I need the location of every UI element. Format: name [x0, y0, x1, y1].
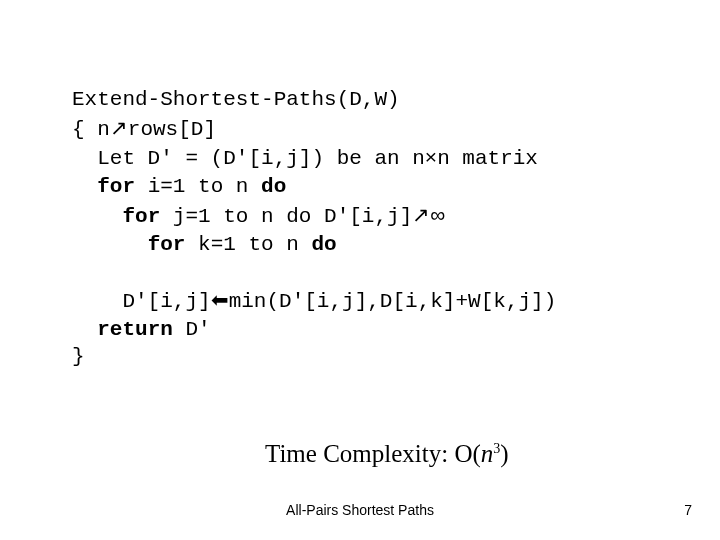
code-line-2b: rows[D]	[128, 118, 216, 141]
complexity-prefix: Time Complexity: O(	[265, 440, 481, 467]
time-complexity: Time Complexity: O(n3)	[265, 440, 509, 468]
keyword-for: for	[148, 233, 186, 256]
page-number: 7	[684, 502, 692, 518]
code-line-7a: D'[i,j]	[72, 290, 211, 313]
code-close-brace: }	[72, 345, 85, 368]
code-line-5: j=1 to n do D'[i,j]	[160, 205, 412, 228]
code-line-1: Extend-Shortest-Paths(D,W)	[72, 88, 400, 111]
return-value: D'	[173, 318, 211, 341]
keyword-for: for	[97, 175, 135, 198]
keyword-return: return	[97, 318, 173, 341]
code-line-7b: min(D'[i,j],D[i,k]+W[k,j])	[229, 290, 557, 313]
complexity-var: n	[481, 440, 494, 467]
code-line-3a: Let D' = (D'[i,j]) be an n	[72, 147, 425, 170]
times-icon: ×	[425, 145, 437, 168]
keyword-for: for	[122, 205, 160, 228]
keyword-do: do	[261, 175, 286, 198]
code-line-4: i=1 to n	[135, 175, 261, 198]
slide-content: Extend-Shortest-Paths(D,W) { n↗rows[D] L…	[72, 86, 672, 371]
complexity-suffix: )	[500, 440, 508, 467]
code-line-2a: { n	[72, 118, 110, 141]
keyword-do: do	[311, 233, 336, 256]
infinity-icon: ∞	[430, 203, 445, 226]
assign-icon: ↗	[110, 116, 128, 139]
footer-title: All-Pairs Shortest Paths	[0, 502, 720, 518]
code-line-6: k=1 to n	[185, 233, 311, 256]
left-arrow-icon: ⬅	[211, 288, 229, 311]
code-line-3b: n matrix	[437, 147, 538, 170]
assign-icon: ↗	[412, 203, 430, 226]
algorithm-code: Extend-Shortest-Paths(D,W) { n↗rows[D] L…	[72, 86, 672, 371]
